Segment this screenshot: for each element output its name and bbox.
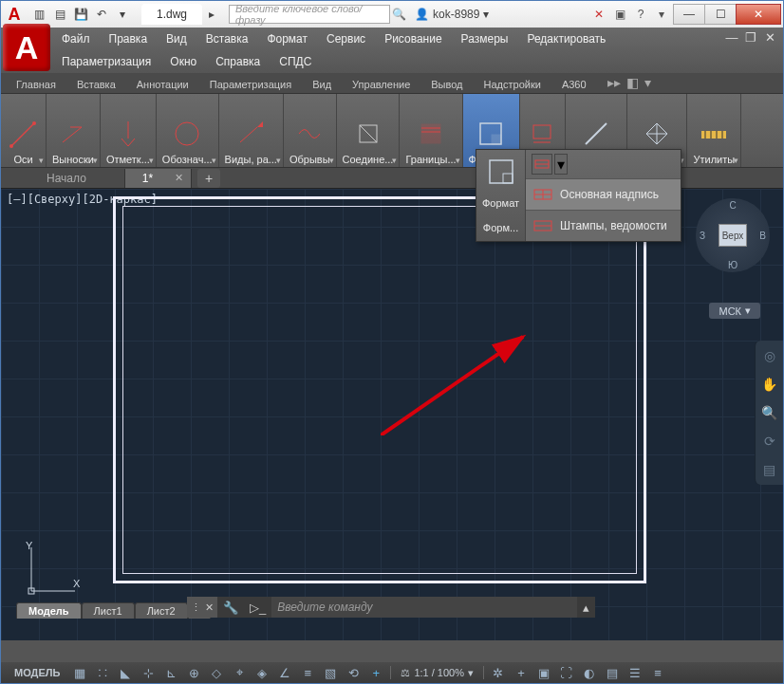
tab-extra-dropdown[interactable]: ▾ xyxy=(644,75,651,90)
command-input[interactable]: Введите команду xyxy=(271,597,577,618)
close-icon[interactable]: ✕ xyxy=(175,172,183,184)
panel-breaks[interactable]: Обрывы▾ xyxy=(284,94,337,167)
model-paper-toggle[interactable]: МОДЕЛЬ xyxy=(7,667,67,678)
title-dropdown[interactable]: ▾ xyxy=(653,6,670,23)
panel-marks[interactable]: Отметк...▾ xyxy=(101,94,157,167)
binoculars-icon[interactable]: 🔍 xyxy=(390,6,407,23)
tab-extra-icon1[interactable]: ▸▸ xyxy=(607,75,621,90)
nav-zoom-icon[interactable]: 🔍 xyxy=(760,403,779,422)
doc-tab-start[interactable]: Начало xyxy=(29,169,125,188)
sb-infer-icon[interactable]: ◣ xyxy=(115,664,136,681)
sb-annomon-icon[interactable]: + xyxy=(365,664,386,681)
format-icon[interactable] xyxy=(485,156,517,188)
menu-format[interactable]: Формат xyxy=(257,29,317,50)
panel-bound[interactable]: Границы...▾ xyxy=(400,94,462,167)
panel-callouts[interactable]: Выноски▾ xyxy=(47,94,101,167)
sb-snap-icon[interactable]: ⸬ xyxy=(92,664,113,681)
sb-gear-icon[interactable]: ✲ xyxy=(488,664,509,681)
menu-insert[interactable]: Вставка xyxy=(196,29,258,50)
nav-showmotion-icon[interactable]: ▤ xyxy=(760,460,779,479)
tab-output[interactable]: Вывод xyxy=(421,76,472,93)
menu-file[interactable]: Файл xyxy=(52,29,100,50)
sb-custom-icon[interactable]: ≡ xyxy=(647,664,668,681)
drawing-canvas[interactable]: [–][Сверху][2D-каркас] Y X С В Ю З Верх … xyxy=(1,189,783,640)
menu-tools[interactable]: Сервис xyxy=(317,29,375,50)
new-icon[interactable]: ▥ xyxy=(29,5,48,24)
close-button[interactable]: ✕ xyxy=(736,4,781,25)
tab-param[interactable]: Параметризация xyxy=(200,76,301,93)
dropdown-arrow-icon[interactable]: ▾ xyxy=(554,154,568,175)
viewcube[interactable]: С В Ю З Верх xyxy=(696,198,770,272)
sb-cycle-icon[interactable]: ⟲ xyxy=(343,664,364,681)
viewcube-top[interactable]: Верх xyxy=(719,224,747,247)
sb-ortho-icon[interactable]: ⊾ xyxy=(160,664,181,681)
sb-polar-icon[interactable]: ⊕ xyxy=(183,664,204,681)
sb-dyn-icon[interactable]: ⊹ xyxy=(138,664,159,681)
menu-spds[interactable]: СПДС xyxy=(270,52,321,73)
sb-max-icon[interactable]: ⛶ xyxy=(556,664,577,681)
sb-ws-icon[interactable]: ▣ xyxy=(533,664,554,681)
sb-hw-icon[interactable]: ◐ xyxy=(579,664,600,681)
sb-transp-icon[interactable]: ▧ xyxy=(320,664,341,681)
help-icon[interactable]: ? xyxy=(632,6,649,23)
exchange-icon[interactable]: ✕ xyxy=(590,6,607,23)
viewcube-n[interactable]: С xyxy=(729,200,736,211)
coord-system-selector[interactable]: МСК▾ xyxy=(709,303,760,319)
menu-stamps[interactable]: Штампы, ведомости xyxy=(526,210,681,241)
tab-a360[interactable]: А360 xyxy=(552,76,596,93)
sb-annoscale[interactable]: ⚖ 1:1 / 100% ▾ xyxy=(395,667,479,679)
layout-tab-model[interactable]: Модель xyxy=(16,602,82,619)
app-cloud-icon[interactable]: ▣ xyxy=(611,6,628,23)
sb-iso-icon[interactable]: ◇ xyxy=(206,664,227,681)
menu-edit[interactable]: Правка xyxy=(100,29,158,50)
viewcube-s[interactable]: Ю xyxy=(728,260,737,270)
sb-iso2-icon[interactable]: ▤ xyxy=(602,664,623,681)
undo-icon[interactable]: ↶ xyxy=(92,5,111,24)
tab-view[interactable]: Вид xyxy=(303,76,341,93)
sb-osnap-icon[interactable]: ⌖ xyxy=(229,664,250,681)
ucs-icon[interactable]: Y X xyxy=(18,538,84,604)
mdi-close[interactable]: ✕ xyxy=(762,30,777,45)
tab-insert[interactable]: Вставка xyxy=(67,76,125,93)
nav-orbit-icon[interactable]: ⟳ xyxy=(760,432,779,451)
tab-home[interactable]: Главная xyxy=(7,76,65,93)
menu-window[interactable]: Окно xyxy=(160,52,206,73)
tab-addins[interactable]: Надстройки xyxy=(475,76,551,93)
nav-wheel-icon[interactable]: ◎ xyxy=(760,346,779,365)
menu-draw[interactable]: Рисование xyxy=(375,29,451,50)
menu-titleblock[interactable]: Основная надпись xyxy=(526,178,681,210)
qat-expand-icon[interactable]: ▾ xyxy=(113,5,132,24)
app-menu-button[interactable]: A xyxy=(3,24,50,71)
title-menu-arrow[interactable]: ▸ xyxy=(202,5,221,24)
tab-manage[interactable]: Управление xyxy=(343,76,420,93)
viewcube-w[interactable]: З xyxy=(700,231,705,241)
sb-otrack-icon[interactable]: ∠ xyxy=(274,664,295,681)
sb-lwt-icon[interactable]: ≡ xyxy=(297,664,318,681)
menu-param[interactable]: Параметризация xyxy=(52,52,160,73)
tab-extra-icon2[interactable]: ◧ xyxy=(626,75,639,90)
layout-tab-sheet1[interactable]: Лист1 xyxy=(82,602,135,619)
nav-pan-icon[interactable]: ✋ xyxy=(760,375,779,394)
sb-grid-icon[interactable]: ▦ xyxy=(69,664,90,681)
open-icon[interactable]: ▤ xyxy=(50,5,69,24)
panel-sections[interactable]: Виды, ра...▾ xyxy=(219,94,284,167)
cmd-handle-icon[interactable]: ⋮ ✕ xyxy=(187,597,217,618)
command-line[interactable]: ⋮ ✕ 🔧 ▷_ Введите команду ▴ xyxy=(187,597,595,618)
cmd-expand-icon[interactable]: ▴ xyxy=(577,601,595,615)
panel-axes[interactable]: Оси▾ xyxy=(1,94,47,167)
sb-3dosnap-icon[interactable]: ◈ xyxy=(252,664,272,681)
menu-dim[interactable]: Размеры xyxy=(452,29,518,50)
layout-tab-sheet2[interactable]: Лист2 xyxy=(135,602,188,619)
minimize-button[interactable]: — xyxy=(673,4,705,25)
mdi-minimize[interactable]: — xyxy=(724,30,739,45)
app-logo-small[interactable]: A xyxy=(4,4,25,25)
menu-modify[interactable]: Редактировать xyxy=(517,29,615,50)
panel-conn[interactable]: Соедине...▾ xyxy=(337,94,401,167)
panel-util[interactable]: Утилиты▾ xyxy=(687,94,741,167)
user-account[interactable]: 👤 kok-8989 ▾ xyxy=(407,8,496,21)
mdi-restore[interactable]: ❐ xyxy=(743,30,758,45)
menu-help[interactable]: Справка xyxy=(206,52,270,73)
panel-desig[interactable]: Обознач...▾ xyxy=(157,94,219,167)
doc-tab-add[interactable]: + xyxy=(197,169,220,188)
search-input[interactable]: Введите ключевое слово/фразу xyxy=(229,5,390,24)
